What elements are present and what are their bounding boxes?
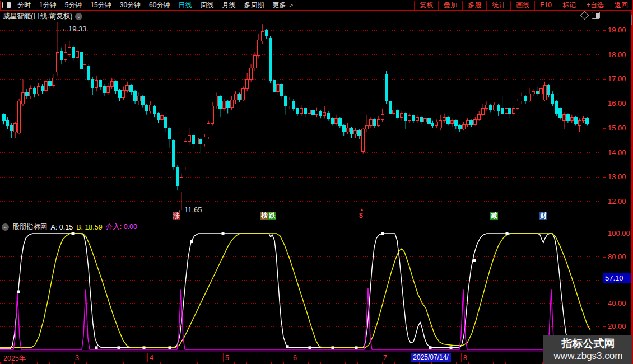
tool-item-7[interactable]: 标记 [557,1,581,10]
event-label-1: 涨 [173,212,180,220]
menu-item-3[interactable]: 5分钟 [65,1,82,10]
menu-item-4[interactable]: 15分钟 [90,1,111,10]
title-icons [581,12,600,19]
indicator-current-value: 57.10 [603,273,631,283]
watermark: 指标公式网 www.zbgs3.com [543,335,633,364]
event-label-6: 财 [539,212,547,220]
event-label-3: 跌 [268,212,276,220]
time-axis-month-label: 8 [463,354,467,362]
time-axis-month-label: 7 [383,354,387,362]
collapse-chart-icon[interactable]: ⌄ [75,13,82,20]
month-separator [223,353,224,362]
low-annotation: ←11.65 [177,206,202,214]
menu-item-8[interactable]: 周线 [200,1,213,10]
menu-item-9[interactable]: 月线 [222,1,235,10]
tool-item-2[interactable]: 叠加 [438,1,462,10]
month-separator [291,353,291,362]
price-axis: 19.0018.0017.0016.0015.0014.0013.0012.00 [603,10,631,221]
indicator-tick-label: 40.00 [608,299,626,307]
indicator-tick-label: 80.00 [608,253,626,261]
menu-item-1[interactable]: 分时 [17,1,31,10]
chart-title-row: 威星智能(日线.前复权) ⌄ [3,12,82,21]
candlestick-svg [0,10,603,221]
tool-item-9[interactable]: 返回 [609,1,633,10]
menu-item-11[interactable]: 更多 [272,1,286,10]
indicator-header: ⌄ 股朋指标网 A: 0.15 B: 18.59 介入: 0.00 [2,222,137,232]
time-axis-month-label: 5 [225,354,229,362]
indicator-value-a: A: 0.15 [51,223,73,231]
diamond-icon[interactable] [580,11,589,20]
menu-item-2[interactable]: 1分钟 [39,1,57,10]
tool-item-6[interactable]: F10 [534,1,557,10]
current-date-box: 2025/07/14/— [411,353,451,362]
indicator-tick-label: 100.00 [608,229,630,237]
price-tick-label: 15.00 [608,124,626,132]
axis-left-border [603,10,603,362]
indicator-svg [0,221,603,353]
app-window: 分时1分钟5分钟15分钟30分钟60分钟日线周线月线多周期更多> 复权叠加多股统… [0,0,633,364]
event-label-2: 榜 [260,212,268,220]
price-tick-label: 13.00 [608,172,626,181]
time-axis-month-label: 4 [150,354,153,362]
tool-item-1[interactable]: 复权 [414,1,438,10]
tool-item-8[interactable]: +自选 [581,1,609,10]
high-annotation: ←19.33 [61,25,87,33]
price-tick-label: 12.00 [608,197,626,206]
month-separator [381,353,381,362]
chevron-right-icon: > [289,2,292,8]
watermark-url: www.zbgs3.com [554,350,623,362]
tool-item-4[interactable]: 统计 [486,1,510,10]
collapse-indicator-icon[interactable]: ⌄ [2,223,9,231]
indicator-value-jieru: 介入: 0.00 [106,222,137,232]
menu-item-10[interactable]: 多周期 [244,1,264,10]
event-label-5: 减 [490,212,498,220]
menu-item-6[interactable]: 60分钟 [149,1,170,10]
layout-icon-box[interactable] [0,1,12,10]
price-tick-label: 18.00 [608,50,626,59]
price-tick-label: 19.00 [608,26,626,34]
menu-item-5[interactable]: 30分钟 [120,1,141,10]
indicator-chart[interactable]: ⌄ 股朋指标网 A: 0.15 B: 18.59 介入: 0.00 [0,221,603,353]
indicator-value-b: B: 18.59 [76,223,103,231]
price-tick-label: 17.00 [608,74,626,83]
period-menu: 分时1分钟5分钟15分钟30分钟60分钟日线周线月线多周期更多> [12,1,414,10]
tool-item-5[interactable]: 画线 [510,1,534,10]
indicator-name: 股朋指标网 [12,222,48,232]
tool-item-3[interactable]: 多股 [462,1,486,10]
event-label-4: $ [359,212,364,220]
tools-menu: 复权叠加多股统计画线F10标记+自选返回 [414,1,633,10]
split-layout-icon [2,2,11,8]
chart-title: 威星智能(日线.前复权) [3,12,72,21]
month-separator [73,353,73,362]
pane-split-icon[interactable] [592,12,600,19]
price-tick-label: 16.00 [608,99,626,108]
panel-separator [0,221,632,221]
time-axis[interactable]: 2025年 2025/07/14/— 345678 [0,353,632,362]
candlestick-chart[interactable]: 威星智能(日线.前复权) ⌄ ←19.33 ←11.65 涨榜跌▲$减财 [0,10,603,221]
menu-item-7[interactable]: 日线 [178,1,192,10]
month-separator [461,353,462,362]
watermark-site-name: 指标公式网 [562,337,615,350]
time-axis-month-label: 6 [293,354,297,362]
month-separator [147,353,148,362]
price-tick-label: 14.00 [608,148,626,157]
time-axis-month-label: 3 [75,354,79,362]
indicator-axis: 57.10 100.0080.0040.0020.00 [603,221,631,353]
menubar: 分时1分钟5分钟15分钟30分钟60分钟日线周线月线多周期更多> 复权叠加多股统… [0,0,633,11]
indicator-tick-label: 20.00 [608,322,626,330]
